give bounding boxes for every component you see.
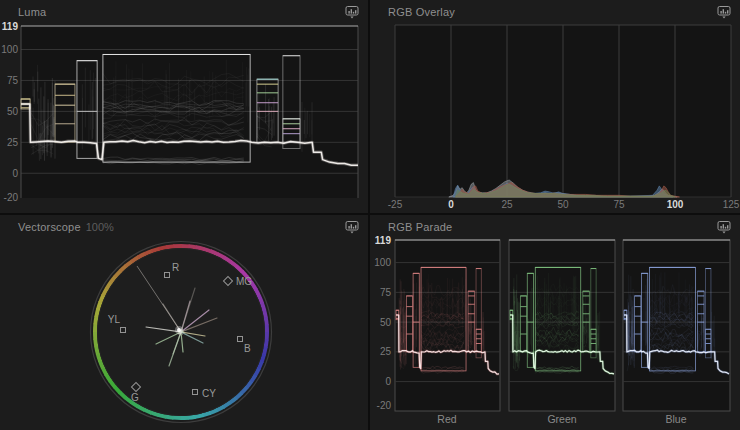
svg-text:MG: MG xyxy=(236,276,252,287)
svg-text:25: 25 xyxy=(380,346,392,357)
svg-text:25: 25 xyxy=(7,137,19,148)
scope-settings-icon xyxy=(717,5,731,19)
svg-text:G: G xyxy=(131,392,139,403)
luma-settings-button[interactable] xyxy=(344,4,360,20)
rgb-overlay-settings-button[interactable] xyxy=(716,4,732,20)
luma-waveform-canvas: 1191007550250-20 xyxy=(0,0,368,213)
svg-text:100: 100 xyxy=(374,257,391,268)
svg-text:YL: YL xyxy=(108,314,121,325)
rgb-overlay-scope-panel: RGB Overlay -250255075100125 xyxy=(370,0,740,213)
svg-text:R: R xyxy=(172,262,179,273)
svg-text:75: 75 xyxy=(380,287,392,298)
svg-text:0: 0 xyxy=(385,376,391,387)
svg-text:CY: CY xyxy=(202,388,216,399)
svg-text:0: 0 xyxy=(12,168,18,179)
vectorscope-canvas: RMGBCYGYL xyxy=(0,215,368,430)
svg-text:-20: -20 xyxy=(4,192,19,203)
svg-text:50: 50 xyxy=(7,106,19,117)
parade-channel-label-blue: Blue xyxy=(623,413,729,425)
scope-settings-icon xyxy=(345,220,359,234)
rgb-parade-canvas: 1191007550250-20 xyxy=(370,215,740,430)
rgb-overlay-panel-header: RGB Overlay xyxy=(388,4,455,20)
svg-text:50: 50 xyxy=(380,317,392,328)
svg-text:B: B xyxy=(244,343,251,354)
luma-panel-header: Luma xyxy=(18,4,46,20)
rgb-parade-panel-title: RGB Parade xyxy=(388,221,452,233)
vectorscope-panel-header: Vectorscope 100% xyxy=(18,219,114,235)
scope-settings-icon xyxy=(345,5,359,19)
rgb-parade-panel-header: RGB Parade xyxy=(388,219,452,235)
parade-channel-label-green: Green xyxy=(509,413,615,425)
rgb-parade-scope-panel: RGB Parade 1191007550250-20 Red Green Bl… xyxy=(370,215,740,430)
scopes-workspace: Luma 1191007550250-20 RGB Overlay xyxy=(0,0,740,430)
svg-text:125: 125 xyxy=(723,199,740,210)
parade-channel-label-red: Red xyxy=(394,413,500,425)
rgb-overlay-histogram-canvas: -250255075100125 xyxy=(370,0,740,213)
luma-panel-title: Luma xyxy=(18,6,46,18)
svg-text:-25: -25 xyxy=(388,199,403,210)
vectorscope-settings-button[interactable] xyxy=(344,219,360,235)
svg-text:25: 25 xyxy=(501,199,513,210)
vectorscope-zoom-control[interactable]: 100% xyxy=(86,221,114,233)
svg-text:100: 100 xyxy=(667,199,684,210)
svg-text:75: 75 xyxy=(613,199,625,210)
rgb-parade-settings-button[interactable] xyxy=(716,219,732,235)
svg-text:119: 119 xyxy=(2,21,19,32)
svg-text:100: 100 xyxy=(1,44,18,55)
vectorscope-panel-title: Vectorscope xyxy=(18,221,81,233)
svg-text:-20: -20 xyxy=(377,400,392,411)
svg-text:75: 75 xyxy=(7,75,19,86)
rgb-overlay-panel-title: RGB Overlay xyxy=(388,6,455,18)
svg-text:50: 50 xyxy=(557,199,569,210)
scope-settings-icon xyxy=(717,220,731,234)
vectorscope-panel: Vectorscope 100% RMGBCYGYL xyxy=(0,215,368,430)
svg-text:0: 0 xyxy=(448,199,454,210)
luma-scope-panel: Luma 1191007550250-20 xyxy=(0,0,368,213)
svg-text:119: 119 xyxy=(375,235,392,246)
